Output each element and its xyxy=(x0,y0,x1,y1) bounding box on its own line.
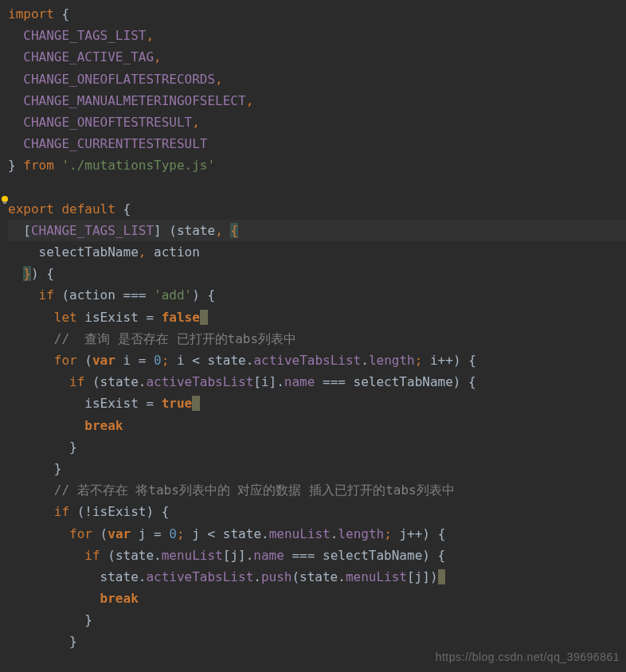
close-brace: } xyxy=(54,461,62,476)
string-add: 'add' xyxy=(154,287,192,303)
open-brace: { xyxy=(162,504,170,519)
dot: . xyxy=(331,526,338,541)
dot: . xyxy=(253,569,261,584)
var-i3: i xyxy=(430,353,438,368)
method-push: push xyxy=(261,569,292,584)
watermark-text: https://blog.csdn.net/qq_39696861 xyxy=(436,648,620,667)
semicolon: ; xyxy=(162,353,170,368)
open-brace: { xyxy=(438,526,446,541)
semicolon: ; xyxy=(384,526,392,541)
dot: . xyxy=(276,374,284,389)
open-brace: { xyxy=(123,201,131,217)
open-paren: ( xyxy=(108,548,115,563)
comma: , xyxy=(139,244,147,260)
close-paren: ) xyxy=(453,353,461,368)
keyword-from: from xyxy=(23,158,54,173)
rbrack: ] xyxy=(238,548,246,563)
keyword-break: break xyxy=(84,418,123,433)
var-i: i xyxy=(261,374,269,389)
open-paren: ( xyxy=(100,526,108,541)
cursor xyxy=(192,396,200,411)
var-i: i xyxy=(123,353,131,368)
keyword-var: var xyxy=(92,353,115,368)
comma: , xyxy=(246,93,254,108)
code-editor[interactable]: import { CHANGE_TAGS_LIST, CHANGE_ACTIVE… xyxy=(0,3,626,653)
lt: < xyxy=(208,526,216,541)
open-brace: { xyxy=(46,266,54,281)
var-isexist: isExist xyxy=(84,396,138,411)
const-change-active: CHANGE_ACTIVE_TAG xyxy=(23,49,154,64)
open-brace: { xyxy=(438,548,446,563)
close-paren: ) xyxy=(430,569,438,584)
var-state: state xyxy=(223,526,261,541)
keyword-let: let xyxy=(54,310,77,325)
var-i2: i xyxy=(177,353,185,368)
prop-active: activeTabsList xyxy=(253,353,361,368)
prop-menu: menuList xyxy=(162,548,223,563)
keyword-if: if xyxy=(84,548,100,563)
open-brace: { xyxy=(468,353,476,368)
true-literal: true xyxy=(162,396,193,411)
eq3: === xyxy=(323,374,346,389)
prop-name: name xyxy=(284,374,315,389)
prop-length: length xyxy=(338,526,384,541)
close-brace: } xyxy=(84,612,92,627)
dot: . xyxy=(246,548,254,563)
keyword-import: import xyxy=(8,6,54,21)
open-paren: ( xyxy=(61,287,69,303)
dot: . xyxy=(261,526,269,541)
dot: . xyxy=(139,569,147,584)
dot: . xyxy=(361,353,369,368)
const-change-testresult: CHANGE_ONEOFTESTRESULT xyxy=(23,115,192,130)
eq: = xyxy=(146,310,154,325)
lbrack: [ xyxy=(223,548,231,563)
svg-rect-1 xyxy=(3,201,6,204)
cursor xyxy=(200,310,208,325)
open-brace: { xyxy=(61,6,69,21)
keyword-break: break xyxy=(100,591,139,606)
rbrack: ] xyxy=(422,569,430,584)
gutter-lightbulb-icon[interactable] xyxy=(0,195,10,205)
param-action: action xyxy=(154,244,200,260)
eq: = xyxy=(146,396,154,411)
const-change-tags: CHANGE_TAGS_LIST xyxy=(23,28,146,43)
var-isexist: isExist xyxy=(84,310,138,325)
prop-active: activeTabsList xyxy=(146,374,253,389)
lbrack: [ xyxy=(407,569,415,584)
keyword-if: if xyxy=(39,287,54,303)
keyword-default: default xyxy=(61,201,115,217)
keyword-for: for xyxy=(54,353,77,368)
close-bracket: ] xyxy=(154,223,162,238)
var-state: state xyxy=(100,374,139,389)
param-selecttab: selectTabName xyxy=(39,244,139,260)
close-paren: ) xyxy=(422,548,430,563)
eq: = xyxy=(154,526,162,541)
var-j: j xyxy=(230,548,238,563)
var-selecttab: selectTabName xyxy=(354,374,453,389)
comment-notexist: // 若不存在 将tabs列表中的 对应的数据 插入已打开的tabs列表中 xyxy=(54,483,455,498)
open-brace: { xyxy=(468,374,476,389)
open-brace-hl: { xyxy=(230,223,238,238)
rbrack: ] xyxy=(269,374,277,389)
comment-query: // 查询 是否存在 已打开的tabs列表中 xyxy=(54,331,296,346)
close-brace: } xyxy=(69,440,77,455)
comma: , xyxy=(154,49,162,64)
keyword-for: for xyxy=(69,526,92,541)
comma: , xyxy=(215,72,223,87)
open-paren: ( xyxy=(291,569,299,584)
open-bracket: [ xyxy=(23,223,31,238)
prop-active: activeTabsList xyxy=(146,569,253,584)
plusplus: ++ xyxy=(407,526,422,541)
num-zero: 0 xyxy=(154,353,162,368)
keyword-if: if xyxy=(54,504,69,519)
comma: , xyxy=(192,115,200,130)
dot: . xyxy=(338,569,346,584)
close-paren: ) xyxy=(192,287,200,303)
param-state: state xyxy=(177,223,215,238)
lbrack: [ xyxy=(253,374,261,389)
semicolon: ; xyxy=(177,526,185,541)
close-paren: ) xyxy=(422,526,430,541)
keyword-var: var xyxy=(108,526,131,541)
open-paren: ( xyxy=(84,353,92,368)
var-j: j xyxy=(139,526,147,541)
